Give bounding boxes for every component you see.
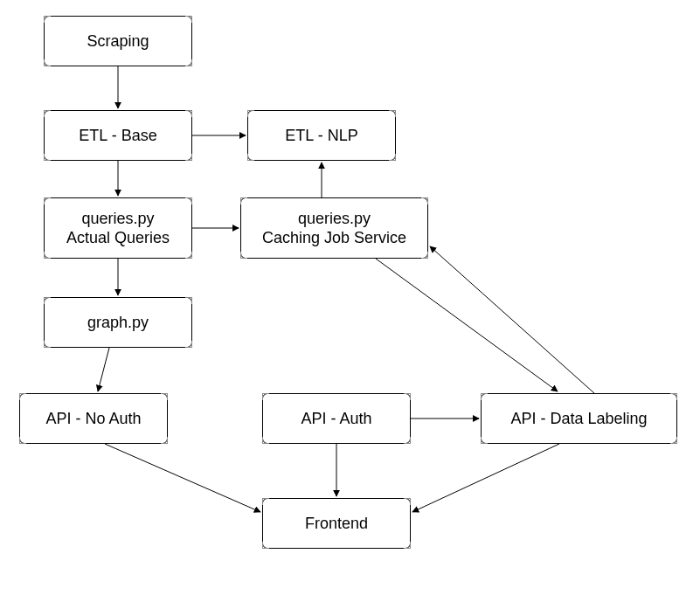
node-label: graph.py	[87, 313, 149, 333]
node-graph-py: graph.py	[44, 297, 192, 348]
node-label: ETL - Base	[79, 126, 156, 146]
node-etl-nlp: ETL - NLP	[247, 110, 396, 161]
node-label: API - No Auth	[45, 409, 141, 429]
node-etl-base: ETL - Base	[44, 110, 192, 161]
node-api-noauth: API - No Auth	[19, 393, 168, 444]
node-scraping: Scraping	[44, 16, 192, 66]
node-api-auth: API - Auth	[262, 393, 411, 444]
edge-apilabeling-queriescaching	[430, 246, 594, 393]
node-label: Scraping	[87, 31, 149, 52]
node-label: queries.py Caching Job Service	[262, 209, 406, 248]
node-frontend: Frontend	[262, 498, 411, 549]
node-label: queries.py Actual Queries	[66, 209, 170, 248]
edge-apilabeling-frontend	[412, 444, 559, 512]
node-label: API - Data Labeling	[510, 409, 647, 429]
node-label: ETL - NLP	[285, 126, 357, 146]
edge-queriescaching-apilabeling	[376, 259, 558, 391]
node-api-labeling: API - Data Labeling	[481, 393, 677, 444]
edge-graphpy-apinoauth	[98, 348, 109, 391]
node-queries-caching: queries.py Caching Job Service	[240, 197, 428, 259]
node-label: API - Auth	[301, 409, 371, 429]
edge-apinoauth-frontend	[105, 444, 260, 512]
node-label: Frontend	[305, 514, 368, 534]
node-queries-actual: queries.py Actual Queries	[44, 197, 192, 259]
